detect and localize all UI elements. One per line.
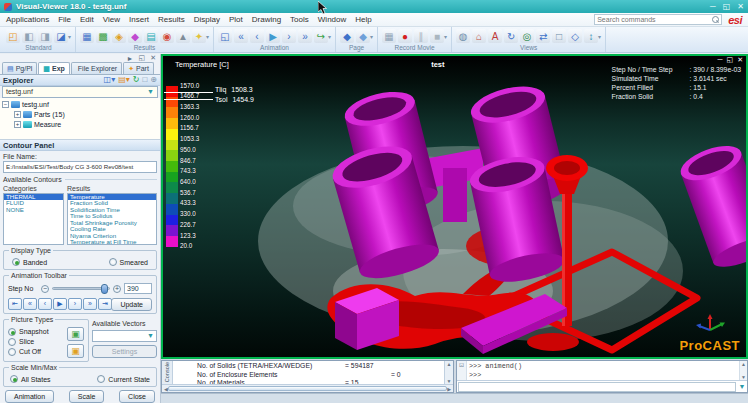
menu-item[interactable]: Edit xyxy=(80,15,94,24)
fast-rewind-button[interactable]: « xyxy=(23,298,37,310)
record-icon[interactable]: ● xyxy=(398,29,412,43)
step-decrement-icon[interactable]: − xyxy=(41,285,49,293)
pause-icon[interactable]: ∥ xyxy=(414,29,428,43)
first-frame-icon[interactable]: « xyxy=(234,29,248,43)
slice-image-button[interactable]: ▣ xyxy=(67,344,84,358)
result-item[interactable]: Temperature at Fill Time xyxy=(68,239,156,245)
menu-item[interactable]: Display xyxy=(194,15,220,24)
console-vertical-scrollbar[interactable]: ▲▼ xyxy=(444,361,453,384)
shaded-view-icon[interactable]: ◍ xyxy=(456,29,470,43)
stop-icon[interactable]: ■ xyxy=(430,29,444,43)
zoom-icon[interactable]: ↕ xyxy=(584,29,598,43)
scale-radio[interactable]: Current State xyxy=(97,375,150,384)
menu-item[interactable]: Plot xyxy=(229,15,243,24)
sidebar-tab[interactable]: ✦ Part xyxy=(123,62,154,74)
first-step-button[interactable]: ⇤ xyxy=(8,298,22,310)
step-value-field[interactable] xyxy=(124,283,152,294)
tree-item-root[interactable]: − testg.unf xyxy=(2,100,158,110)
pan-icon[interactable]: ⇄ xyxy=(536,29,550,43)
search-input[interactable] xyxy=(597,16,712,23)
menu-item[interactable]: Applications xyxy=(6,15,49,24)
close-panel-icon[interactable]: ✕ xyxy=(150,54,156,62)
palette-icon[interactable]: ▤ xyxy=(144,29,158,43)
shell-command-input[interactable] xyxy=(458,382,736,392)
toolbar-overflow-icon[interactable]: ▾ xyxy=(598,33,601,43)
scale-radio[interactable]: All States xyxy=(10,375,51,384)
menu-item[interactable]: Help xyxy=(355,15,371,24)
viewport-close-icon[interactable]: ✕ xyxy=(737,56,743,64)
tree-item-parts[interactable]: + Parts (15) xyxy=(2,110,158,120)
console-tab[interactable]: Console xyxy=(162,361,173,384)
view-orientation-icon[interactable]: ⌂ xyxy=(472,29,486,43)
toolbar-overflow-icon[interactable]: ▾ xyxy=(328,33,331,43)
file-name-field[interactable] xyxy=(3,161,157,173)
console-horizontal-scrollbar[interactable]: ◀▶ xyxy=(162,384,453,392)
vectors-combo[interactable]: ▼ xyxy=(92,330,157,342)
display-type-radio[interactable]: Smeared xyxy=(109,258,148,267)
play-icon[interactable]: ▶ xyxy=(266,29,280,43)
model-selector-combo[interactable]: testg.unf ▼ xyxy=(2,86,158,98)
rotate-view-icon[interactable]: ↻ xyxy=(504,29,518,43)
vector-plot-icon[interactable]: ◈ xyxy=(112,29,126,43)
expand-icon[interactable]: ⊕ xyxy=(150,75,157,85)
display-type-radio[interactable]: Banded xyxy=(12,258,47,267)
maximize-button[interactable]: ◱ xyxy=(723,0,731,13)
category-item[interactable]: NONE xyxy=(4,207,63,214)
menu-item[interactable]: View xyxy=(103,15,120,24)
new-page-icon[interactable]: □ xyxy=(142,75,147,85)
tree-expander-icon[interactable]: + xyxy=(14,111,21,118)
zoom-window-icon[interactable]: □ xyxy=(552,29,566,43)
dock-panel-icon[interactable]: ◱ xyxy=(139,54,146,62)
step-increment-icon[interactable]: + xyxy=(113,285,121,293)
fast-forward-button[interactable]: » xyxy=(83,298,97,310)
export-animation-icon[interactable]: ↪ xyxy=(314,29,328,43)
3d-viewport[interactable]: Temperature [C] test ─ ◱ ✕ Step No / Tim… xyxy=(161,54,748,359)
sidebar-tab[interactable]: File Explorer xyxy=(71,62,122,74)
picture-type-radio[interactable]: Snapshot xyxy=(8,327,67,337)
update-button[interactable]: Update xyxy=(111,298,152,311)
animate-setup-icon[interactable]: ◱ xyxy=(218,29,232,43)
sidebar-tab[interactable]: ▦ Exp xyxy=(38,62,69,74)
toolbar-overflow-icon[interactable]: ▾ xyxy=(206,33,209,43)
menu-item[interactable]: Window xyxy=(318,15,346,24)
display-mode-icon[interactable]: ◫▾ xyxy=(104,75,116,85)
report-icon[interactable]: ▲ xyxy=(176,29,190,43)
step-slider[interactable] xyxy=(52,287,110,290)
float-panel-icon[interactable]: ► xyxy=(127,55,134,62)
tree-expander-icon[interactable]: − xyxy=(2,101,9,108)
chevron-down-icon[interactable]: ▼ xyxy=(737,383,747,390)
last-step-button[interactable]: ⇥ xyxy=(98,298,112,310)
contour-icon[interactable]: ▦ xyxy=(80,29,94,43)
wizard-icon[interactable]: ✦ xyxy=(192,29,206,43)
prev-frame-icon[interactable]: ‹ xyxy=(250,29,264,43)
settings-button[interactable]: Settings xyxy=(92,345,157,358)
fit-view-icon[interactable]: ◇ xyxy=(568,29,582,43)
cut-icon[interactable]: ◧ xyxy=(22,29,36,43)
toolbar-overflow-icon[interactable]: ▾ xyxy=(370,33,373,43)
animation-button[interactable]: Animation xyxy=(5,390,54,403)
open-model-icon[interactable]: ◰ xyxy=(6,29,20,43)
tree-expander-icon[interactable]: + xyxy=(14,121,21,128)
scale-button[interactable]: Scale xyxy=(69,390,105,403)
close-panel-button[interactable]: Close xyxy=(119,390,155,403)
viewport-restore-icon[interactable]: ◱ xyxy=(727,56,734,64)
shell-scrollbar[interactable]: ▲▼ xyxy=(739,361,747,380)
snapshot-image-button[interactable]: ▣ xyxy=(67,327,84,341)
picture-type-radio[interactable]: Slice xyxy=(8,337,67,347)
step-forward-button[interactable]: › xyxy=(68,298,82,310)
prev-page-icon[interactable]: ◆ xyxy=(340,29,354,43)
search-icon[interactable] xyxy=(712,16,719,23)
next-frame-icon[interactable]: › xyxy=(282,29,296,43)
sort-icon[interactable]: ▤▾ xyxy=(118,75,130,85)
last-frame-icon[interactable]: » xyxy=(298,29,312,43)
menu-item[interactable]: Insert xyxy=(129,15,149,24)
refresh-icon[interactable]: ↻ xyxy=(133,75,140,85)
next-page-icon[interactable]: ◆ xyxy=(356,29,370,43)
toolbar-overflow-icon[interactable]: ▾ xyxy=(68,33,71,43)
toolbar-overflow-icon[interactable]: ▾ xyxy=(444,33,447,43)
tree-item-measure[interactable]: + Measure xyxy=(2,120,158,130)
menu-item[interactable]: Tools xyxy=(290,15,309,24)
copy-icon[interactable]: ◨ xyxy=(38,29,52,43)
menu-item[interactable]: Drawing xyxy=(252,15,281,24)
slider-thumb[interactable] xyxy=(101,284,108,294)
